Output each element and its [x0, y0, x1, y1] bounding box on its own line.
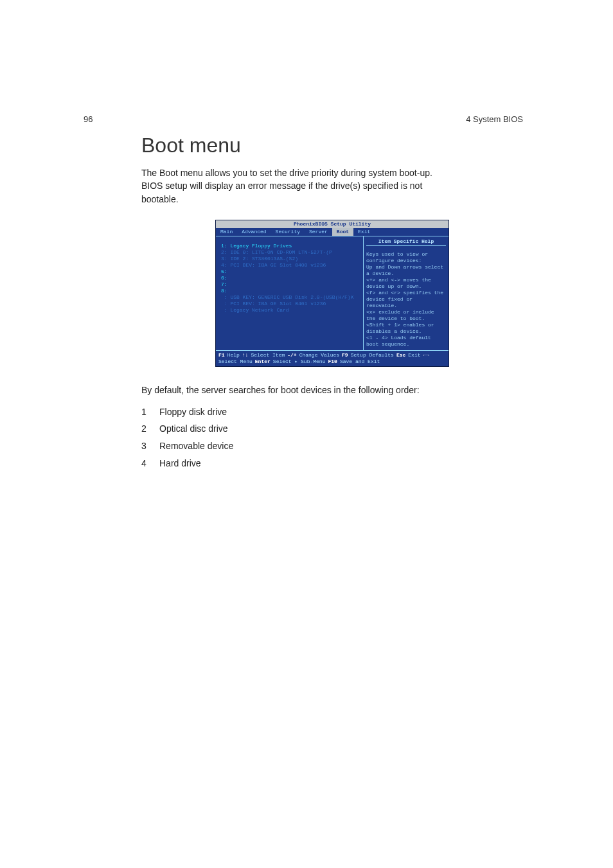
bios-label-save-exit: Save and Exit: [340, 359, 380, 365]
bios-key-leftright: ←→: [423, 352, 430, 359]
list-item: Removable device: [141, 438, 523, 455]
bios-body: 1: Legacy Floppy Drives2: IDE 0: LITE-ON…: [216, 236, 449, 350]
bios-help-body: Keys used to view or configure devices: …: [366, 251, 446, 348]
list-item: Floppy disk drive: [141, 403, 523, 421]
bios-tab-main[interactable]: Main: [216, 228, 237, 236]
bios-tab-bar: Main Advanced Security Server Boot Exit: [216, 228, 449, 236]
bios-label-exit: Exit: [408, 352, 420, 359]
bios-label-select-item: Select Item: [251, 352, 285, 359]
bios-key-f1: F1: [218, 352, 225, 359]
bios-label-setup-defaults: Setup Defaults: [351, 352, 394, 359]
bios-boot-list: 1: Legacy Floppy Drives2: IDE 0: LITE-ON…: [216, 236, 363, 350]
bios-key-f10: F10: [328, 359, 337, 365]
list-item: Optical disc drive: [141, 420, 523, 438]
bios-boot-entry[interactable]: : USB KEY: GENERIC USB Disk 2.0-(USB(H/F…: [221, 294, 360, 301]
bios-label-help: Help: [227, 352, 240, 359]
bios-app-title: PhoenixBIOS Setup Utility: [216, 220, 449, 228]
bios-key-enter: Enter: [255, 359, 271, 365]
body-paragraph: By default, the server searches for boot…: [141, 384, 469, 397]
bios-boot-entry[interactable]: 4: PCI BEV: IBA GE Slot 0400 v1236: [221, 262, 360, 269]
bios-tab-security[interactable]: Security: [271, 228, 305, 236]
bios-boot-entry[interactable]: 5:: [221, 269, 360, 275]
bios-key-plusminus: -/+: [287, 352, 296, 359]
bios-key-updown: ↑↓: [242, 352, 249, 359]
bios-help-panel: Item Specific Help Keys used to view or …: [363, 236, 449, 350]
bios-key-esc: Esc: [396, 352, 405, 359]
bios-tab-server[interactable]: Server: [305, 228, 332, 236]
bios-boot-entry[interactable]: 7:: [221, 281, 360, 288]
intro-paragraph: The Boot menu allows you to set the driv…: [141, 166, 443, 206]
document-page: 96 4 System BIOS Boot menu The Boot menu…: [0, 0, 613, 868]
bios-help-title: Item Specific Help: [366, 238, 446, 246]
bios-tab-boot[interactable]: Boot: [332, 228, 353, 236]
list-item: Hard drive: [141, 455, 523, 472]
bios-label-select-menu: Select Menu: [218, 359, 253, 365]
bios-label-select-submenu: Select ▸ Sub-Menu: [273, 359, 326, 365]
bios-boot-entry[interactable]: 1: Legacy Floppy Drives: [221, 243, 360, 249]
bios-boot-entry[interactable]: : PCI BEV: IBA GE Slot 0401 v1236: [221, 301, 360, 307]
bios-label-change-values: Change Values: [299, 352, 339, 359]
bios-boot-entry[interactable]: : Legacy Network Card: [221, 307, 360, 314]
bios-boot-entry[interactable]: 6:: [221, 275, 360, 281]
boot-order-list: Floppy disk drive Optical disc drive Rem…: [141, 403, 523, 472]
page-header: 96 4 System BIOS: [84, 114, 523, 124]
bios-screenshot: PhoenixBIOS Setup Utility Main Advanced …: [141, 220, 523, 367]
bios-window: PhoenixBIOS Setup Utility Main Advanced …: [215, 220, 449, 367]
bios-boot-entry[interactable]: 3: IDE 2: ST380013AS-(S2): [221, 256, 360, 262]
bios-boot-entry[interactable]: 2: IDE 0: LITE-ON CD-ROM LTN-527T-(P: [221, 249, 360, 256]
section-label: 4 System BIOS: [466, 114, 523, 124]
bios-boot-entry[interactable]: 8:: [221, 288, 360, 294]
bios-tab-exit[interactable]: Exit: [353, 228, 375, 236]
page-number: 96: [84, 114, 93, 124]
bios-footer: F1 Help ↑↓ Select Item -/+ Change Values…: [216, 350, 449, 366]
page-title: Boot menu: [141, 134, 523, 157]
bios-tab-advanced[interactable]: Advanced: [237, 228, 271, 236]
bios-key-f9: F9: [342, 352, 348, 359]
